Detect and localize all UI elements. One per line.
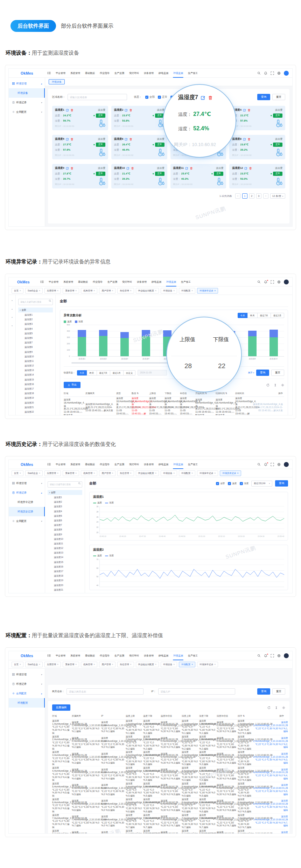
table-header-cell[interactable]: IP: [101, 715, 126, 718]
tab-chip[interactable]: 环境异常记录×: [197, 288, 218, 294]
quick-filter-button[interactable]: 自定义: [123, 370, 136, 376]
series-checkbox[interactable]: ✓全部: [216, 482, 225, 485]
nav-item[interactable]: 平台管理: [53, 651, 68, 660]
sidebar-item-env-config[interactable]: 环境配置: [9, 698, 45, 708]
tab-chip[interactable]: 环境异常记录×: [197, 662, 218, 667]
reset-button[interactable]: 重置: [272, 94, 285, 100]
fullscreen-icon[interactable]: [271, 463, 274, 466]
sidebar-item-env-management[interactable]: 环境管理 ▾: [9, 478, 45, 488]
tree-node[interactable]: 温湿度2: [18, 317, 53, 322]
tree-node[interactable]: 温湿度23: [18, 414, 53, 415]
tree-node[interactable]: 温湿度3: [18, 322, 53, 326]
nav-item[interactable]: 安灯呼叫: [127, 69, 141, 78]
nav-item[interactable]: 生产追溯: [112, 69, 127, 78]
tab-chip[interactable]: 用户管理×: [99, 662, 115, 667]
table-header-cell[interactable]: 下限值: [164, 392, 180, 395]
close-icon[interactable]: ×: [75, 288, 77, 293]
column-settings-icon[interactable]: [274, 384, 277, 387]
close-icon[interactable]: ×: [237, 471, 238, 476]
table-header-cell[interactable]: 开始时间 ⇅: [195, 392, 216, 395]
nav-item[interactable]: 系统管理: [68, 69, 83, 78]
bell-icon[interactable]: [264, 280, 267, 284]
close-icon[interactable]: ×: [93, 471, 95, 476]
close-icon[interactable]: ×: [173, 662, 175, 667]
tab-chip[interactable]: 应用管理×: [44, 470, 61, 476]
tree-node[interactable]: 温湿度22: [18, 409, 53, 414]
table-header-cell[interactable]: 补偿值: [180, 392, 195, 395]
gateway-name-input[interactable]: [66, 688, 144, 695]
tree-node[interactable]: 温湿度4: [48, 509, 82, 514]
table-header-cell[interactable]: 区域: [52, 715, 72, 718]
tab-chip[interactable]: 角色管理×: [117, 470, 134, 476]
fullscreen-icon[interactable]: [271, 280, 274, 284]
bell-icon[interactable]: [264, 654, 267, 657]
delete-icon[interactable]: [208, 95, 213, 100]
close-icon[interactable]: ×: [112, 662, 113, 667]
page-number-button[interactable]: 3: [256, 193, 261, 199]
table-header-cell[interactable]: 结束时间 ⇅: [216, 392, 235, 395]
tree-node[interactable]: 温湿度18: [48, 573, 82, 578]
tree-node[interactable]: 温湿度11: [18, 359, 53, 363]
delete-icon[interactable]: [247, 109, 251, 112]
sidebar-item-global-config[interactable]: 全局配置 ▾: [9, 107, 45, 117]
table-header-cell[interactable]: 数值 ⇅: [132, 392, 149, 395]
collapse-menu-icon[interactable]: [47, 462, 51, 466]
edit-icon[interactable]: [244, 167, 247, 170]
nav-item[interactable]: 生产报工: [178, 277, 193, 287]
ip-input[interactable]: [158, 688, 235, 695]
delete-icon[interactable]: [70, 138, 74, 141]
tab-chip[interactable]: 环境设备×: [161, 288, 177, 294]
prev-page-button[interactable]: ‹: [235, 193, 240, 199]
tree-node[interactable]: 温湿度21: [48, 587, 82, 592]
nav-item[interactable]: 作业指导: [90, 277, 105, 287]
table-header-cell[interactable]: 湿度上限: [182, 715, 199, 718]
refresh-icon[interactable]: [267, 706, 271, 709]
close-icon[interactable]: ×: [214, 471, 216, 476]
tree-node[interactable]: 温湿度8: [18, 345, 53, 349]
tab-chip[interactable]: SaaS企业×: [25, 662, 43, 667]
nav-item[interactable]: 系统管理: [61, 277, 76, 287]
chevron-down-icon[interactable]: ▾: [12, 324, 13, 327]
tab-chip[interactable]: 角色管理×: [117, 662, 134, 667]
nav-item[interactable]: 平台管理: [53, 460, 68, 469]
tab-chip[interactable]: 首页×: [12, 288, 23, 294]
close-icon[interactable]: ×: [20, 471, 21, 476]
collapse-menu-icon[interactable]: [40, 280, 44, 284]
delete-icon[interactable]: [190, 167, 193, 170]
time-range-select[interactable]: 最近15分钟▾: [251, 481, 272, 487]
nav-item[interactable]: 基础数据: [76, 277, 90, 287]
range-button[interactable]: 最近1月: [271, 313, 284, 318]
nav-item[interactable]: 设备管理: [141, 651, 156, 660]
sidebar-item-env-records[interactable]: 环境记录 ▴: [9, 488, 45, 497]
tree-node[interactable]: 温湿度19: [48, 578, 82, 583]
search-icon[interactable]: [257, 463, 261, 466]
close-icon[interactable]: ×: [39, 662, 40, 667]
tab-chip[interactable]: 角色管理×: [117, 288, 134, 294]
nav-item[interactable]: 基础数据: [83, 651, 97, 660]
tab-chip[interactable]: 环境异常记录×: [197, 470, 218, 476]
tree-node[interactable]: 温湿度16: [48, 564, 82, 569]
quick-filter-button[interactable]: 今天: [77, 370, 87, 376]
delete-icon[interactable]: [70, 109, 74, 112]
nav-item[interactable]: 作业指导: [97, 69, 112, 78]
search-button[interactable]: 查询: [257, 94, 270, 100]
table-header-cell[interactable]: 类型: [116, 392, 132, 395]
nav-item[interactable]: 环境监测: [164, 277, 178, 287]
tab-chip[interactable]: 环境历史记录×: [220, 470, 241, 476]
tab-chip[interactable]: 作业端全局配置×: [136, 288, 159, 294]
tree-node[interactable]: 温湿度4: [18, 326, 53, 331]
table-header-cell[interactable]: 排序 ⇅: [238, 715, 253, 718]
tree-node[interactable]: 温湿度15: [18, 377, 53, 382]
tree-node[interactable]: 温湿度20: [18, 400, 53, 405]
table-header-cell[interactable]: 区域: [64, 392, 85, 395]
tab-chip[interactable]: 机构管理×: [81, 288, 97, 294]
tab-chip[interactable]: 环境配置×: [179, 288, 195, 294]
search-button[interactable]: 查询: [275, 480, 288, 487]
status-checkbox[interactable]: ✓全部: [145, 95, 155, 99]
nav-item[interactable]: 安灯呼叫: [120, 277, 134, 287]
close-icon[interactable]: ×: [75, 662, 77, 667]
tree-node[interactable]: 温湿度14: [18, 372, 53, 377]
nav-item[interactable]: 基础数据: [83, 69, 97, 78]
tree-node[interactable]: 温湿度21: [18, 405, 53, 409]
language-icon[interactable]: [277, 654, 281, 657]
